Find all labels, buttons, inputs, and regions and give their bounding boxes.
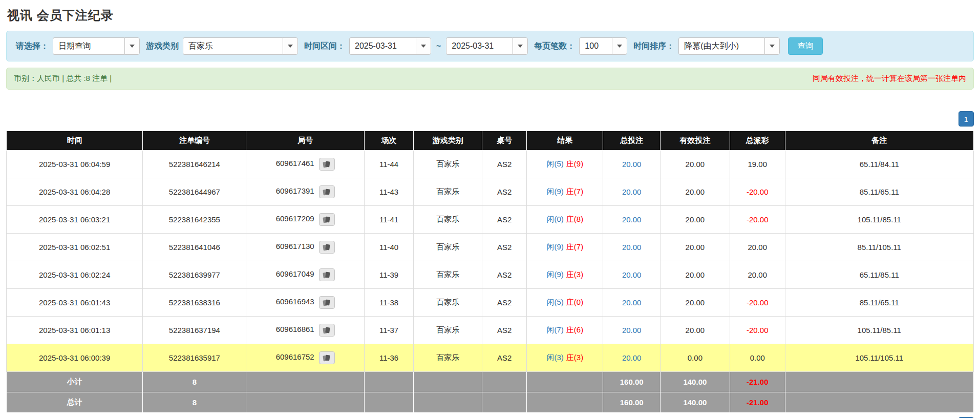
page-1-button[interactable]: 1	[958, 111, 974, 127]
cell-payout: -20.00	[730, 289, 785, 317]
cards-icon	[323, 189, 331, 196]
query-type-input[interactable]	[53, 37, 124, 55]
cell-payout: 0.00	[730, 344, 785, 372]
cell-time: 2025-03-31 06:01:13	[7, 317, 143, 344]
date-from-input[interactable]	[349, 37, 416, 55]
cell-session: 11-44	[364, 151, 413, 178]
date-to-dropdown-button[interactable]	[513, 37, 528, 55]
cell-note: 105.11/105.11	[785, 344, 973, 372]
header-game-type: 游戏类别	[414, 131, 482, 151]
search-button[interactable]: 查询	[788, 37, 823, 55]
result-player: 闲(9)	[547, 270, 564, 279]
total-bet-link[interactable]: 20.00	[622, 243, 642, 252]
date-to-input[interactable]	[446, 37, 513, 55]
cell-note: 65.11/85.11	[785, 261, 973, 289]
header-bet-id: 注单编号	[143, 131, 246, 151]
cell-payout: -20.00	[730, 206, 785, 234]
result-player: 闲(9)	[547, 242, 564, 251]
cell-session: 11-36	[364, 344, 413, 372]
cell-note: 65.11/84.11	[785, 151, 973, 178]
cell-time: 2025-03-31 06:03:21	[7, 206, 143, 234]
total-label: 总计	[7, 392, 143, 413]
result-banker: 庄(0)	[566, 298, 583, 306]
result-player: 闲(5)	[547, 298, 564, 306]
game-type-dropdown-button[interactable]	[283, 37, 298, 55]
result-player: 闲(9)	[547, 187, 564, 196]
cell-note: 105.11/85.11	[785, 206, 973, 234]
table-body: 2025-03-31 06:04:59 522381646214 6096174…	[7, 151, 974, 372]
round-preview-button[interactable]	[319, 213, 335, 226]
total-bet-link[interactable]: 20.00	[622, 187, 642, 196]
subtotal-valid-bet: 140.00	[660, 372, 730, 392]
result-player: 闲(7)	[547, 325, 564, 334]
date-to-combobox	[446, 37, 528, 55]
round-preview-button[interactable]	[319, 185, 335, 198]
round-preview-button[interactable]	[319, 158, 335, 171]
cell-note: 85.11/65.11	[785, 178, 973, 206]
cell-note: 85.11/105.11	[785, 234, 973, 261]
cell-result: 闲(9)庄(7)	[527, 178, 603, 206]
cell-result: 闲(0)庄(8)	[527, 206, 603, 234]
subtotal-empty-cell	[527, 372, 603, 392]
table-row: 2025-03-31 06:00:39 522381635917 6096167…	[7, 344, 974, 372]
total-bet-link[interactable]: 20.00	[622, 353, 642, 362]
total-bet-link[interactable]: 20.00	[622, 215, 642, 224]
cards-icon	[323, 216, 331, 223]
round-preview-button[interactable]	[319, 241, 335, 254]
cell-total-bet: 20.00	[603, 151, 660, 178]
date-from-dropdown-button[interactable]	[416, 37, 431, 55]
game-type-input[interactable]	[183, 37, 283, 55]
total-empty-cell	[246, 392, 364, 413]
round-id: 609617391	[276, 186, 314, 195]
page-title: 视讯 会员下注纪录	[7, 7, 974, 24]
page-size-combobox	[579, 37, 627, 55]
cell-round-id: 609617130	[246, 234, 364, 261]
total-empty-cell	[414, 392, 482, 413]
time-sort-combobox	[678, 37, 780, 55]
cell-game-type: 百家乐	[414, 261, 482, 289]
query-type-dropdown-button[interactable]	[124, 37, 140, 55]
page-size-dropdown-button[interactable]	[612, 37, 627, 55]
cell-total-bet: 20.00	[603, 178, 660, 206]
cards-icon	[323, 299, 331, 306]
total-bet-link[interactable]: 20.00	[622, 270, 642, 279]
cell-time: 2025-03-31 06:02:51	[7, 234, 143, 261]
cell-table-no: AS2	[482, 178, 527, 206]
total-bet-link[interactable]: 20.00	[622, 326, 642, 335]
time-sort-dropdown-button[interactable]	[764, 37, 780, 55]
cell-table-no: AS2	[482, 317, 527, 344]
date-from-combobox	[349, 37, 431, 55]
cell-total-bet: 20.00	[603, 234, 660, 261]
chevron-down-icon	[770, 45, 775, 48]
cell-total-bet: 20.00	[603, 317, 660, 344]
round-preview-button[interactable]	[319, 296, 335, 309]
cell-valid-bet: 20.00	[660, 151, 730, 178]
round-id: 609616861	[276, 325, 314, 333]
cards-icon	[323, 354, 331, 362]
table-row: 2025-03-31 06:02:24 522381639977 6096170…	[7, 261, 974, 289]
total-valid-bet: 140.00	[660, 392, 730, 413]
table-row: 2025-03-31 06:03:21 522381642355 6096172…	[7, 206, 974, 234]
cell-game-type: 百家乐	[414, 178, 482, 206]
cell-bet-id: 522381641046	[143, 234, 246, 261]
header-table-no: 桌号	[482, 131, 527, 151]
round-preview-button[interactable]	[319, 324, 335, 337]
total-count: 8	[143, 392, 246, 413]
cell-round-id: 609616861	[246, 317, 364, 344]
total-bet-link[interactable]: 20.00	[622, 298, 642, 307]
table-row: 2025-03-31 06:01:13 522381637194 6096168…	[7, 317, 974, 344]
result-player: 闲(3)	[547, 353, 564, 362]
cell-bet-id: 522381642355	[143, 206, 246, 234]
page-size-input[interactable]	[579, 37, 612, 55]
round-preview-button[interactable]	[319, 268, 335, 281]
cell-session: 11-40	[364, 234, 413, 261]
round-preview-button[interactable]	[319, 351, 335, 364]
time-sort-input[interactable]	[678, 37, 764, 55]
total-empty-cell	[785, 392, 973, 413]
header-note: 备注	[785, 131, 973, 151]
total-empty-cell	[482, 392, 527, 413]
round-id: 609616943	[276, 297, 314, 306]
cell-total-bet: 20.00	[603, 344, 660, 372]
cell-bet-id: 522381646214	[143, 151, 246, 178]
total-bet-link[interactable]: 20.00	[622, 160, 642, 169]
